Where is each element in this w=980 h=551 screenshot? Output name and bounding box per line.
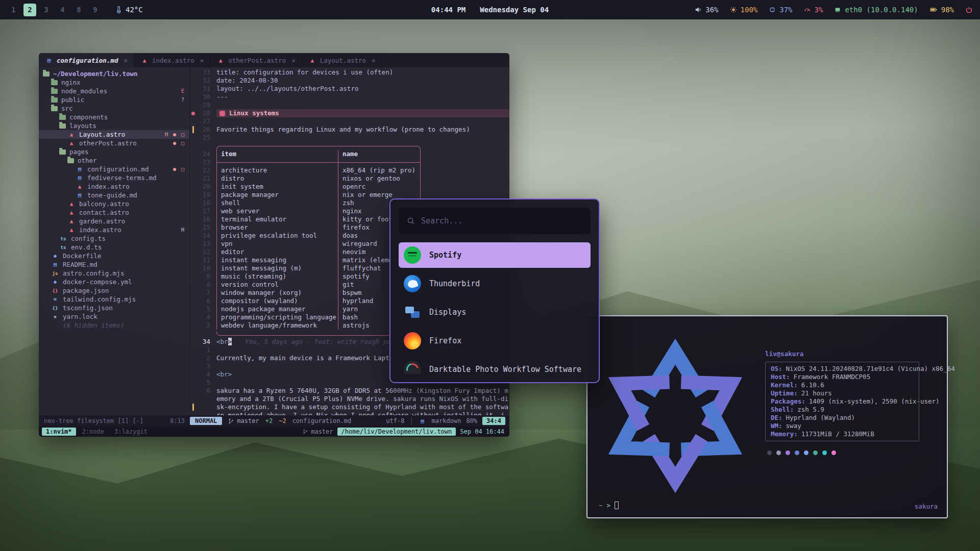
table-row: 21 distronixos or gentoo (190, 174, 509, 183)
launcher-item[interactable]: Darktable Photo Workflow Software (399, 357, 591, 374)
workspace-button[interactable]: 2 (23, 4, 36, 16)
power-icon (965, 6, 973, 14)
tree-item[interactable]: index.astro H (39, 226, 189, 234)
table-cell-item: webdev language/framework (216, 321, 338, 330)
tree-item[interactable]: balcony.astro (39, 199, 189, 208)
tab-close-icon[interactable]: × (291, 57, 296, 64)
battery-module[interactable]: 98% (929, 6, 954, 14)
tmux-window-list: 1:nvim* 2:node 3:lazygit (42, 428, 152, 436)
network-module[interactable]: eth0 (10.0.0.140) (834, 6, 918, 14)
temperature-value: 42°C (126, 6, 143, 14)
workspace-button[interactable]: 3 (40, 4, 53, 16)
tree-item-label: tsconfig.json (63, 304, 113, 312)
tree-item[interactable]: components (39, 113, 189, 121)
launcher-item[interactable]: Displays (399, 299, 591, 325)
tree-item[interactable]: fediverse-terms.md (39, 173, 189, 182)
tree-item[interactable]: contact.astro (39, 208, 189, 217)
launcher-search[interactable] (399, 208, 591, 234)
tmux-window[interactable]: 1:nvim* (42, 428, 76, 436)
tree-item[interactable]: pages (39, 147, 189, 156)
table-border-line (190, 142, 509, 150)
tree-item[interactable]: Dockerfile (39, 252, 189, 260)
launcher-item[interactable]: Thunderbird (399, 271, 591, 296)
tab-close-icon[interactable]: × (372, 57, 376, 64)
tree-item-label: astro.config.mjs (63, 269, 124, 277)
brightness-module[interactable]: 100% (730, 6, 758, 14)
tree-item[interactable]: yarn.lock (39, 312, 189, 321)
file-encoding: utf-8 (386, 417, 404, 424)
tree-item[interactable]: Layout.astro H ● □ (39, 130, 189, 139)
editor-tab[interactable]: configuration.md × (39, 53, 134, 67)
tree-item[interactable]: README.md (39, 260, 189, 269)
temperature-module[interactable]: 42°C (115, 6, 143, 14)
volume-module[interactable]: 36% (695, 6, 718, 14)
fastfetch-terminal-window[interactable]: liv@sakura OS NixOS 24.11.20240828.71e91… (586, 315, 948, 518)
tree-item[interactable]: public ? (39, 95, 189, 104)
tree-item[interactable]: tailwind.config.mjs (39, 295, 189, 304)
tab-close-icon[interactable]: × (200, 57, 204, 64)
shell-prompt[interactable]: ~ > (599, 502, 619, 509)
tree-root[interactable]: ~/Development/liv.town (39, 69, 189, 78)
editor-tab[interactable]: otherPost.astro × (210, 53, 302, 67)
tree-item[interactable]: config.ts (39, 234, 189, 243)
tmux-window[interactable]: 2:node (78, 428, 108, 436)
fetch-field: DE Hyprland (Wayland) (771, 414, 914, 422)
tree-item[interactable]: configuration.md ● □ (39, 165, 189, 173)
search-input[interactable] (421, 216, 582, 226)
cpu-module[interactable]: 3% (804, 6, 823, 14)
launcher-item[interactable]: Firefox (399, 328, 591, 354)
fetch-field: Memory 11731MiB / 31280MiB (771, 430, 914, 438)
file-icon (51, 279, 59, 285)
tree-item[interactable]: tone-guide.md (39, 191, 189, 199)
git-status-badge: H ● □ (165, 132, 189, 137)
tree-item[interactable]: other (39, 156, 189, 165)
file-icon (51, 106, 58, 111)
line-number: 8 (196, 281, 210, 289)
battery-icon (929, 6, 938, 13)
tree-item[interactable]: docker-compose.yml (39, 278, 189, 286)
editor-tab[interactable]: index.astro × (134, 53, 210, 67)
workspace-button[interactable]: 1 (7, 4, 20, 16)
memory-module[interactable]: 37% (769, 6, 792, 14)
tab-close-icon[interactable]: × (124, 57, 128, 64)
power-button[interactable] (965, 6, 973, 14)
editor-line: 29 (190, 101, 509, 109)
tree-item[interactable]: nginx (39, 78, 189, 87)
editor-tab[interactable]: Layout.astro × (302, 53, 382, 67)
tree-item[interactable]: garden.astro (39, 217, 189, 226)
editor-heading-line: 28 Linux systems (190, 109, 509, 117)
markdown-icon (419, 418, 427, 424)
table-cell-item: nodejs package manager (216, 305, 338, 313)
workspace-button[interactable]: 4 (56, 4, 69, 16)
clock[interactable]: 04:44 PM Wednesday Sep 04 (431, 6, 549, 14)
file-icon (67, 209, 76, 216)
linux-icon (219, 111, 225, 116)
table-cell-item: package manager (216, 191, 338, 199)
table-row: 22 architecturex86_64 (rip m2 pro) (190, 166, 509, 174)
file-icon (67, 218, 76, 224)
tree-item-label: env.d.ts (71, 243, 102, 251)
tree-item[interactable]: astro.config.mjs (39, 269, 189, 278)
editor-line: 25 (190, 134, 509, 142)
tree-item[interactable]: layouts (39, 121, 189, 130)
tmux-window[interactable]: 3:lazygit (110, 428, 152, 436)
tree-item[interactable]: index.astro (39, 182, 189, 191)
tree-item[interactable]: node_modules E (39, 87, 189, 95)
tree-item[interactable]: (6 hidden items) (39, 321, 189, 330)
workspace-button[interactable]: 8 (72, 4, 85, 16)
file-icon (51, 89, 58, 94)
tree-item[interactable]: package.json (39, 286, 189, 295)
tree-item[interactable]: otherPost.astro ● □ (39, 139, 189, 147)
file-icon (51, 306, 59, 311)
filetype-icon (45, 57, 53, 64)
tree-item-label: package.json (63, 287, 109, 294)
filetype-icon (308, 57, 316, 64)
brightness-icon (730, 6, 737, 13)
tree-item[interactable]: env.d.ts (39, 243, 189, 252)
workspace-button[interactable]: 9 (89, 4, 102, 16)
tree-item[interactable]: tsconfig.json (39, 304, 189, 312)
launcher-item[interactable]: Spotify (399, 242, 591, 268)
line-number: 10 (196, 264, 210, 272)
tree-item[interactable]: src (39, 104, 189, 113)
file-icon (51, 296, 59, 303)
